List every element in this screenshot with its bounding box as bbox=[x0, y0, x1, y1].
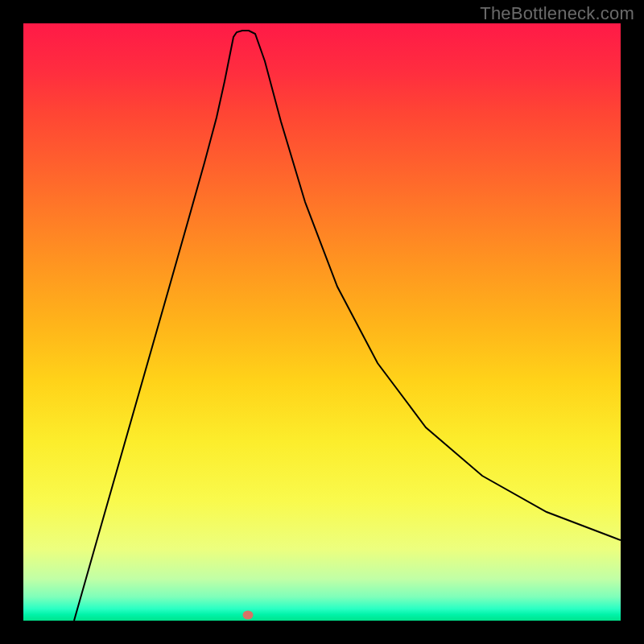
curve-path bbox=[74, 31, 621, 621]
plot-area bbox=[23, 23, 621, 621]
bottleneck-curve bbox=[23, 23, 621, 621]
marker-dot bbox=[242, 611, 253, 620]
watermark-text: TheBottleneck.com bbox=[480, 3, 634, 24]
